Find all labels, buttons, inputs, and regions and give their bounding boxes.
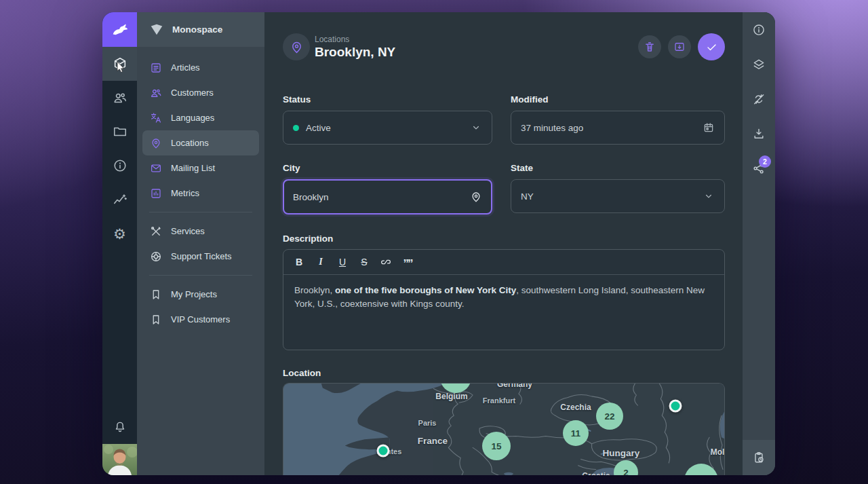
map-marker[interactable] [377,445,390,458]
collection-badge [283,33,310,60]
location-map[interactable]: GermanyBelgiumFrankfurtParisFranceCzechi… [283,383,725,475]
description-bold: one of the five boroughs of New York Cit… [335,285,516,295]
people-icon [113,90,127,105]
sidebar-item-services[interactable]: Services [142,219,259,244]
archive-button[interactable] [668,35,691,58]
chevron-down-icon [703,190,715,202]
rabbit-logo-icon [110,20,130,40]
sidebar-item-locations[interactable]: Locations [142,130,259,155]
status-select[interactable]: Active [283,111,492,145]
delete-button[interactable] [638,35,661,58]
map-marker[interactable] [669,400,682,413]
share-count-badge: 2 [759,155,771,168]
folder-icon [113,124,127,139]
rich-text-editor: B I U S ”” Brooklyn, one of the five bor… [283,249,725,350]
map-label: Mol [711,447,725,457]
city-input-wrap [283,179,492,215]
app-logo[interactable] [102,12,137,47]
bold-button[interactable]: B [289,253,309,272]
user-avatar[interactable] [102,444,137,475]
modified-field[interactable]: 37 minutes ago [511,111,725,145]
shares-button[interactable]: 2 [743,151,775,185]
blockquote-button[interactable]: ”” [397,250,418,274]
import-export-button[interactable] [743,116,775,151]
lifebuoy-icon [150,250,162,263]
module-docs[interactable] [102,149,137,183]
module-content[interactable] [102,47,137,81]
activity-icon [113,192,127,207]
italic-button[interactable]: I [311,253,331,272]
map-cluster[interactable]: 2 [614,460,638,475]
content-header: Locations Brooklyn, NY [283,33,725,60]
pin-icon [470,191,482,203]
map-cluster[interactable]: 22 [596,403,623,430]
sidebar-item-label: Customers [171,88,214,98]
sidebar-item-metrics[interactable]: Metrics [142,181,259,206]
navigation-sidebar: Monospace Articles Customers Lang [137,12,264,475]
activity-log-button[interactable] [743,440,775,475]
breadcrumb: Locations [315,35,395,44]
save-button[interactable] [698,33,725,60]
modified-value: 37 minutes ago [521,123,696,133]
state-group: State NY [511,163,725,215]
map-label: Croatia [582,471,610,475]
module-rail: ⚙ [102,12,137,475]
chevron-down-icon [470,122,482,134]
bell-icon [113,420,127,434]
map-label: Paris [418,419,437,427]
check-icon [705,41,718,54]
map-cluster[interactable] [684,464,718,475]
project-name: Monospace [172,24,222,35]
map-label: Germany [497,383,532,389]
module-files[interactable] [102,115,137,149]
field-label: Modified [511,94,725,107]
nav-divider [149,275,252,276]
module-users[interactable] [102,81,137,115]
project-icon [149,22,164,37]
bar-chart-icon [150,187,162,200]
download-icon [752,127,766,141]
status-group: Status Active [283,94,492,145]
tools-icon [150,225,162,238]
sidebar-item-support-tickets[interactable]: Support Tickets [142,244,259,269]
description-group: Description B I U S ”” Brooklyn, one of … [283,234,725,350]
status-value: Active [306,123,463,133]
sidebar-item-mailing-list[interactable]: Mailing List [142,155,259,181]
right-rail: 2 [743,12,775,475]
location-group: Location [283,368,725,475]
strikethrough-button[interactable]: S [354,253,374,272]
page-title: Brooklyn, NY [315,44,395,60]
module-settings[interactable]: ⚙ [102,217,137,250]
city-input[interactable] [293,192,463,202]
map-cluster[interactable]: 11 [563,420,589,446]
sidebar-item-articles[interactable]: Articles [142,55,259,80]
modified-group: Modified 37 minutes ago [511,94,725,145]
state-select[interactable]: NY [511,179,725,213]
underline-button[interactable]: U [332,253,353,272]
map-cluster[interactable]: 15 [482,432,511,460]
sidebar-item-my-projects[interactable]: My Projects [142,282,259,307]
field-label: State [511,163,725,175]
mouse-cursor [117,61,126,72]
sidebar-item-label: Articles [171,62,200,73]
pin-icon [150,137,162,149]
link-icon [380,256,392,268]
project-switcher[interactable]: Monospace [137,12,264,47]
link-button[interactable] [376,253,396,272]
sidebar-item-vip-customers[interactable]: VIP Customers [142,307,259,332]
item-info-button[interactable] [743,12,775,47]
revisions-button[interactable] [743,47,775,81]
form-row-2: City State NY [283,163,725,215]
sidebar-item-label: VIP Customers [171,314,230,324]
module-insights[interactable] [102,183,137,217]
sidebar-item-label: Metrics [171,188,199,198]
description-text[interactable]: Brooklyn, one of the five boroughs of Ne… [283,275,724,320]
header-actions [638,33,725,60]
live-preview-off-button[interactable] [743,81,775,116]
sidebar-item-customers[interactable]: Customers [142,80,259,105]
archive-icon [673,41,686,53]
map-label: France [418,436,448,446]
sidebar-item-languages[interactable]: Languages [142,105,259,130]
notifications-button[interactable] [102,410,137,444]
nav-divider [149,212,252,212]
